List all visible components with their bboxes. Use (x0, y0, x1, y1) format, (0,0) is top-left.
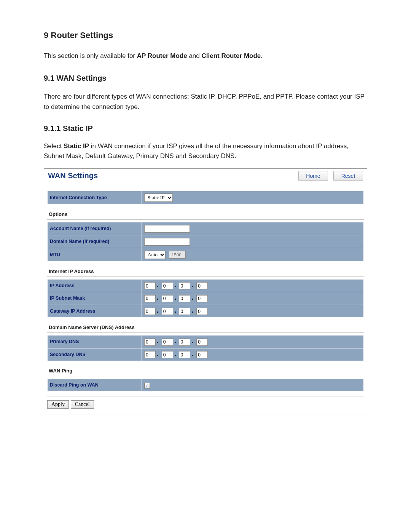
dot-icon (175, 312, 176, 313)
dot-icon (192, 355, 193, 356)
subnet-octet-2[interactable] (162, 295, 173, 302)
dot-icon (175, 286, 176, 287)
discard-ping-cell: ✓ (142, 379, 364, 391)
text: This section is only available for (44, 52, 137, 59)
section-dns: Domain Name Server (DNS) Address (47, 318, 364, 333)
dot-icon (157, 299, 158, 300)
mtu-cell: Auto 1500 (142, 248, 364, 261)
gateway-label: Gateway IP Address (48, 305, 142, 318)
options-table: Account Name (if required) Domain Name (… (47, 222, 364, 262)
connection-type-cell: Static IP (142, 191, 364, 204)
connection-type-label: Internet Connection Type (48, 191, 142, 204)
table-row: Primary DNS (48, 335, 364, 348)
ip-octet-1[interactable] (144, 282, 156, 289)
dot-icon (157, 342, 158, 343)
table-row: Gateway IP Address (48, 305, 364, 318)
apply-button[interactable]: Apply (47, 400, 69, 409)
wan-settings-panel: WAN Settings Home Reset Internet Connect… (44, 168, 367, 415)
reset-button[interactable]: Reset (333, 171, 363, 181)
dot-icon (175, 299, 176, 300)
table-row: MTU Auto 1500 (48, 248, 364, 261)
primary-dns-octet-1[interactable] (144, 339, 156, 346)
secondary-dns-octet-2[interactable] (162, 351, 173, 358)
subnet-octet-4[interactable] (196, 295, 208, 302)
gateway-cell (142, 305, 364, 318)
heading-wan-settings: 9.1 WAN Settings (44, 74, 367, 83)
ip-table: IP Address IP Subnet Mask Gatewa (47, 279, 364, 318)
text: . (261, 52, 263, 59)
section-wan-ping: WAN Ping (47, 361, 364, 376)
home-button[interactable]: Home (298, 171, 328, 181)
gateway-octet-4[interactable] (196, 308, 208, 315)
table-row: Internet Connection Type Static IP (48, 191, 364, 204)
dot-icon (157, 312, 158, 313)
discard-ping-checkbox[interactable]: ✓ (144, 383, 150, 388)
dot-icon (192, 299, 193, 300)
ip-octet-3[interactable] (179, 282, 190, 289)
intro-paragraph-2: There are four different types of WAN co… (44, 92, 367, 112)
dot-icon (175, 342, 176, 343)
dot-icon (192, 342, 193, 343)
primary-dns-octet-3[interactable] (179, 339, 190, 346)
secondary-dns-label: Secondary DNS (48, 348, 142, 361)
heading-router-settings: 9 Router Settings (44, 30, 367, 40)
ip-address-cell (142, 279, 364, 292)
text: Select (44, 142, 64, 150)
domain-name-label: Domain Name (if required) (48, 235, 142, 248)
text: and (187, 52, 202, 59)
section-options: Options (47, 204, 364, 220)
header-buttons: Home Reset (298, 171, 363, 181)
panel-body: Internet Connection Type Static IP Optio… (44, 184, 367, 414)
domain-name-input[interactable] (144, 238, 190, 246)
cancel-button[interactable]: Cancel (71, 400, 94, 409)
subnet-octet-3[interactable] (179, 295, 190, 302)
secondary-dns-octet-4[interactable] (196, 351, 208, 358)
bold-static-ip: Static IP (64, 142, 89, 150)
panel-header: WAN Settings Home Reset (44, 169, 367, 184)
secondary-dns-cell (142, 348, 364, 361)
account-name-input[interactable] (144, 225, 190, 233)
mtu-value: 1500 (169, 251, 186, 259)
account-name-cell (142, 222, 364, 235)
connection-type-select[interactable]: Static IP (144, 193, 173, 202)
gateway-octet-2[interactable] (162, 308, 173, 315)
dns-table: Primary DNS Secondary DNS (47, 335, 364, 361)
gateway-octet-3[interactable] (179, 308, 190, 315)
subnet-cell (142, 292, 364, 305)
text: in WAN connection if your ISP gives all … (44, 142, 349, 160)
dot-icon (157, 286, 158, 287)
table-row: IP Address (48, 279, 364, 292)
connection-type-table: Internet Connection Type Static IP (47, 191, 364, 204)
subnet-octet-1[interactable] (144, 295, 156, 302)
dot-icon (192, 286, 193, 287)
table-row: Domain Name (if required) (48, 235, 364, 248)
secondary-dns-octet-3[interactable] (179, 351, 190, 358)
footer-buttons: Apply Cancel (47, 396, 364, 409)
subnet-label: IP Subnet Mask (48, 292, 142, 305)
mtu-label: MTU (48, 248, 142, 261)
section-internet-ip: Internet IP Address (47, 262, 364, 277)
ip-address-label: IP Address (48, 279, 142, 292)
ip-octet-4[interactable] (196, 282, 208, 289)
ip-octet-2[interactable] (162, 282, 173, 289)
bold-client-router-mode: Client Router Mode (201, 52, 261, 59)
table-row: IP Subnet Mask (48, 292, 364, 305)
table-row: Discard Ping on WAN ✓ (48, 379, 364, 391)
primary-dns-octet-2[interactable] (162, 339, 173, 346)
table-row: Secondary DNS (48, 348, 364, 361)
primary-dns-octet-4[interactable] (196, 339, 208, 346)
primary-dns-cell (142, 335, 364, 348)
table-row: Account Name (if required) (48, 222, 364, 235)
mtu-mode-select[interactable]: Auto (144, 251, 166, 259)
bold-ap-router-mode: AP Router Mode (137, 52, 187, 59)
discard-ping-label: Discard Ping on WAN (48, 379, 142, 391)
dot-icon (175, 355, 176, 356)
dot-icon (192, 312, 193, 313)
gateway-octet-1[interactable] (144, 308, 156, 315)
secondary-dns-octet-1[interactable] (144, 351, 156, 358)
primary-dns-label: Primary DNS (48, 335, 142, 348)
intro-paragraph-1: This section is only available for AP Ro… (44, 51, 367, 61)
account-name-label: Account Name (if required) (48, 222, 142, 235)
intro-paragraph-3: Select Static IP in WAN connection if yo… (44, 141, 367, 161)
wan-ping-table: Discard Ping on WAN ✓ (47, 379, 364, 391)
